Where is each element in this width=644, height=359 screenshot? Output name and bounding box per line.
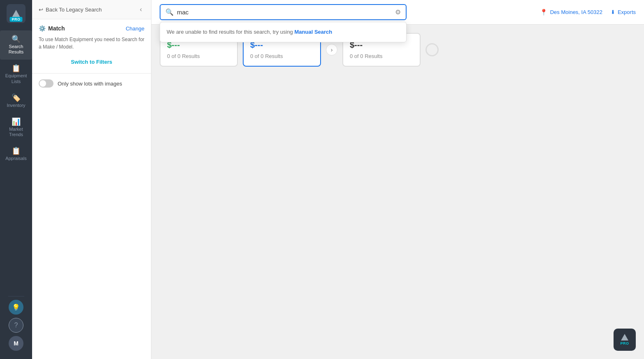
pro-badge: PRO bbox=[9, 17, 22, 22]
sidebar-item-equipment-lists[interactable]: 📋 Equipment Lists bbox=[0, 60, 32, 89]
match-description: To use Match Equipment you need to Searc… bbox=[39, 36, 144, 51]
equipment-list-icon: 📋 bbox=[12, 65, 21, 72]
back-btn-label: Back To Legacy Search bbox=[46, 7, 102, 13]
exports-label: Exports bbox=[618, 9, 636, 15]
result-count-3: 0 of 0 Results bbox=[350, 53, 413, 59]
logo-triangle-icon bbox=[12, 10, 20, 17]
search-wrapper: 🔍 ⚙ We are unable to find results for th… bbox=[160, 4, 407, 20]
sidebar-item-label-search: Search Results bbox=[9, 44, 24, 55]
sidebar-bottom: 💡 ? M bbox=[9, 300, 23, 351]
bottom-right-pro-button[interactable]: PRO bbox=[614, 329, 636, 351]
exports-button[interactable]: ⬇ Exports bbox=[611, 9, 636, 15]
sidebar-item-label-equipment: Equipment Lists bbox=[5, 73, 27, 84]
main-content: 🔍 ⚙ We are unable to find results for th… bbox=[151, 0, 644, 359]
match-row: ⚙️ Match Change bbox=[39, 25, 144, 32]
location-label: Des Moines, IA 50322 bbox=[550, 9, 602, 15]
sliders-icon: ⚙️ bbox=[39, 25, 46, 32]
result-count-1: 0 of 0 Results bbox=[167, 53, 230, 59]
market-trends-icon: 📊 bbox=[12, 118, 21, 125]
search-box: 🔍 ⚙ bbox=[160, 4, 407, 20]
lightbulb-button[interactable]: 💡 bbox=[9, 300, 23, 315]
toggle-label: Only show lots with images bbox=[58, 81, 122, 87]
search-dropdown: We are unable to find results for this s… bbox=[160, 22, 407, 42]
filter-icon-button[interactable]: ⚙ bbox=[395, 8, 401, 16]
results-area: $--- 0 of 0 Results $--- 0 of 0 Results … bbox=[151, 25, 644, 359]
location-button[interactable]: 📍 Des Moines, IA 50322 bbox=[540, 9, 602, 16]
change-link[interactable]: Change bbox=[126, 25, 144, 32]
location-icon: 📍 bbox=[540, 9, 548, 16]
help-button[interactable]: ? bbox=[9, 318, 23, 333]
header-right: 📍 Des Moines, IA 50322 ⬇ Exports bbox=[540, 9, 636, 16]
sidebar-item-market-trends[interactable]: 📊 Market Trends bbox=[0, 113, 32, 142]
manual-search-link[interactable]: Manual Search bbox=[294, 29, 332, 35]
sidebar-item-label-inventory: Inventory bbox=[7, 103, 25, 108]
switch-to-filters-button[interactable]: Switch to Filters bbox=[39, 56, 144, 67]
result-count-2: 0 of 0 Results bbox=[250, 53, 314, 59]
search-icon: 🔍 bbox=[12, 35, 21, 43]
collapse-panel-button[interactable]: ‹ bbox=[137, 5, 144, 14]
user-avatar-button[interactable]: M bbox=[9, 336, 23, 351]
sidebar-item-appraisals[interactable]: 📋 Appraisals bbox=[0, 142, 32, 166]
match-section: ⚙️ Match Change To use Match Equipment y… bbox=[32, 19, 151, 74]
bottom-pro-label: PRO bbox=[620, 341, 629, 345]
main-header: 🔍 ⚙ We are unable to find results for th… bbox=[151, 0, 644, 25]
sidebar-nav: 🔍 Search Results 📋 Equipment Lists 🏷️ In… bbox=[0, 30, 32, 293]
sidebar-item-inventory[interactable]: 🏷️ Inventory bbox=[0, 89, 32, 113]
back-arrow-icon: ↩ bbox=[39, 7, 43, 13]
sidebar-item-search-results[interactable]: 🔍 Search Results bbox=[0, 30, 32, 60]
sidebar: PRO 🔍 Search Results 📋 Equipment Lists 🏷… bbox=[0, 0, 32, 359]
next-card-button[interactable]: › bbox=[326, 44, 337, 56]
appraisals-icon: 📋 bbox=[12, 147, 21, 155]
panel-header: ↩ Back To Legacy Search ‹ bbox=[32, 0, 151, 19]
sidebar-item-label-market: Market Trends bbox=[9, 127, 23, 137]
images-toggle[interactable] bbox=[39, 79, 53, 88]
bottom-logo-triangle-icon bbox=[621, 334, 628, 340]
sidebar-divider bbox=[8, 296, 24, 296]
inventory-icon: 🏷️ bbox=[12, 94, 21, 102]
download-icon: ⬇ bbox=[611, 9, 615, 15]
back-to-legacy-search-button[interactable]: ↩ Back To Legacy Search bbox=[39, 7, 102, 13]
search-input[interactable] bbox=[177, 9, 392, 16]
left-panel: ↩ Back To Legacy Search ‹ ⚙️ Match Chang… bbox=[32, 0, 151, 359]
sidebar-item-label-appraisals: Appraisals bbox=[5, 156, 26, 161]
loading-spinner bbox=[425, 43, 439, 56]
match-text: Match bbox=[48, 25, 65, 32]
dropdown-message: We are unable to find results for this s… bbox=[167, 29, 332, 35]
toggle-row: Only show lots with images bbox=[32, 74, 151, 93]
app-logo[interactable]: PRO bbox=[7, 4, 26, 23]
search-icon: 🔍 bbox=[165, 8, 174, 16]
match-label: ⚙️ Match bbox=[39, 25, 65, 32]
